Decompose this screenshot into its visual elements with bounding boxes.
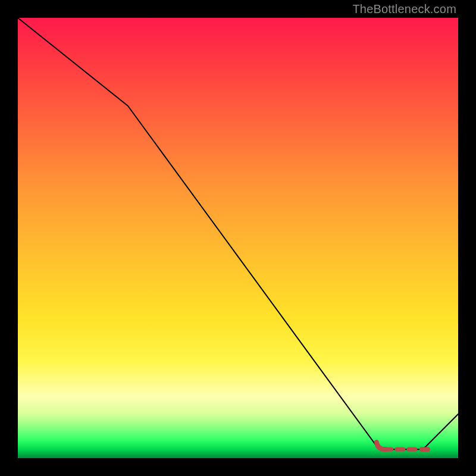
minimum-highlight: [377, 442, 428, 449]
chart-frame: TheBottleneck.com: [0, 0, 476, 476]
bottleneck-curve: [18, 18, 458, 449]
highlight-hook-left: [377, 442, 386, 449]
chart-overlay: [18, 18, 458, 458]
watermark-text: TheBottleneck.com: [352, 2, 456, 16]
